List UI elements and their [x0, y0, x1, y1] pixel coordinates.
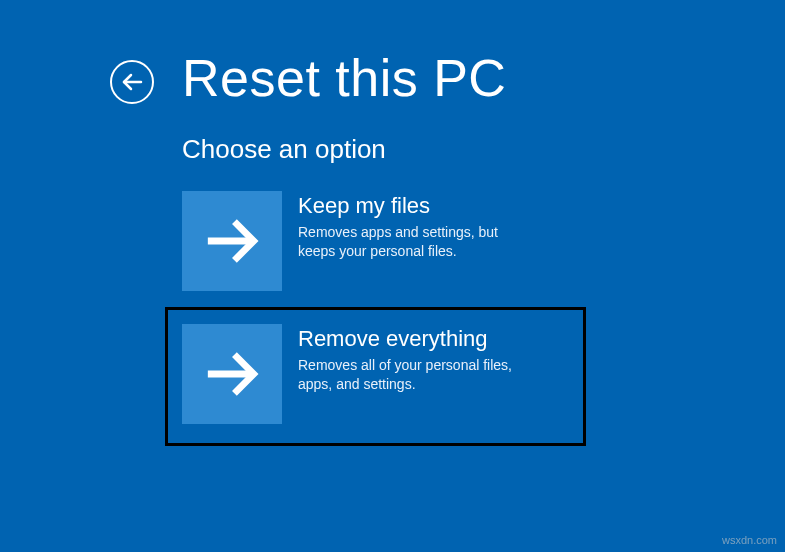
- option-remove-everything[interactable]: Remove everything Removes all of your pe…: [165, 307, 586, 446]
- option-tile: [182, 324, 282, 424]
- option-text: Remove everything Removes all of your pe…: [298, 324, 538, 394]
- option-tile: [182, 191, 282, 291]
- page-title: Reset this PC: [182, 48, 506, 108]
- option-title: Remove everything: [298, 326, 538, 352]
- option-title: Keep my files: [298, 193, 538, 219]
- option-keep-my-files[interactable]: Keep my files Removes apps and settings,…: [182, 191, 607, 291]
- option-description: Removes apps and settings, but keeps you…: [298, 223, 538, 261]
- arrow-right-icon: [203, 212, 261, 270]
- arrow-right-icon: [203, 345, 261, 403]
- watermark: wsxdn.com: [722, 534, 777, 546]
- back-button[interactable]: [110, 60, 154, 104]
- subtitle: Choose an option: [182, 134, 785, 165]
- option-text: Keep my files Removes apps and settings,…: [298, 191, 538, 261]
- option-description: Removes all of your personal files, apps…: [298, 356, 538, 394]
- back-arrow-icon: [120, 70, 144, 94]
